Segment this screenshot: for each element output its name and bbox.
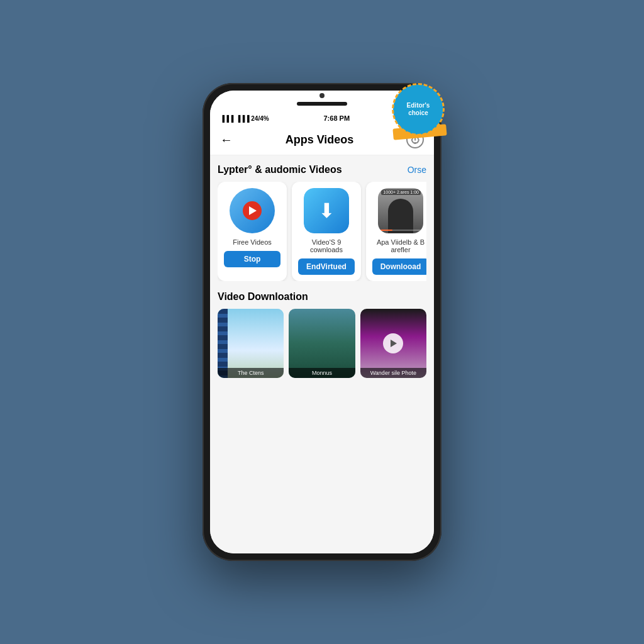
video-card-nature[interactable]: Monnus <box>289 309 355 378</box>
apps-row: Firee Videos Stop ⬇ Video'S 9 cownloads … <box>218 182 426 281</box>
page-title: Apps Videos <box>286 133 354 147</box>
video-progress-bar-container <box>380 230 421 231</box>
video-card-sky-label: The Ctens <box>218 368 284 378</box>
person-silhouette <box>388 199 413 233</box>
status-time: 7:68 PM <box>323 114 350 122</box>
section2-header: Video Downloation <box>218 291 426 303</box>
play-overlay <box>383 333 403 353</box>
phone-frame: Editor's choice ▐▐▐ ▐▐▐ 24/4% 7:68 PM ⊙ … <box>203 83 441 561</box>
video-card-sky[interactable]: The Ctens <box>218 309 284 378</box>
back-button[interactable]: ← <box>220 133 233 147</box>
app-card-downloads: ⬇ Video'S 9 cownloads EndVirtued <box>292 182 361 281</box>
free-videos-icon-container <box>230 188 275 233</box>
video-card-name: Apa Viidelb & B arefler <box>372 238 426 253</box>
video-grid: The Ctens Monnus Wander sile Phote <box>218 309 426 378</box>
notch <box>297 102 347 106</box>
section1-header: Lypter° & audomic Videos Orse <box>218 164 426 175</box>
video-card-dark-label: Wander sile Phote <box>360 368 426 378</box>
video-progress-bar <box>380 230 392 231</box>
status-left: ▐▐▐ ▐▐▐ 24/4% <box>220 115 269 122</box>
section2-title: Video Downloation <box>218 291 308 302</box>
video-thumbnail: 1000+ 2.ares 1:00 <box>378 188 423 233</box>
downloads-icon-container: ⬇ <box>304 188 349 233</box>
phone-screen: ▐▐▐ ▐▐▐ 24/4% 7:68 PM ⊙ ♥ ▐▐ ← Apps Vide… <box>210 91 434 553</box>
video-card-dark[interactable]: Wander sile Phote <box>360 309 426 378</box>
section1-title: Lypter° & audomic Videos <box>218 164 342 175</box>
section1-more[interactable]: Orse <box>408 165 426 175</box>
downloads-icon: ⬇ <box>304 188 349 233</box>
video-card-nature-label: Monnus <box>289 368 355 378</box>
app-card-free-videos: Firee Videos Stop <box>218 182 287 281</box>
free-videos-name: Firee Videos <box>233 238 272 246</box>
stop-button[interactable]: Stop <box>224 251 280 267</box>
downloads-name: Video'S 9 cownloads <box>298 238 355 253</box>
download-arrow-icon: ⬇ <box>318 201 335 221</box>
badge-star-ring <box>392 83 445 136</box>
free-videos-icon <box>230 188 275 233</box>
signal-icon: ▐▐▐ <box>220 115 233 122</box>
video-thumb-container: 1000+ 2.ares 1:00 <box>378 188 423 233</box>
camera-dot <box>319 93 325 98</box>
endvirtued-button[interactable]: EndVirtued <box>298 258 355 275</box>
main-content: Lypter° & audomic Videos Orse Firee Vide… <box>210 155 434 553</box>
app-card-video: 1000+ 2.ares 1:00 Apa Viidelb & B arefle… <box>366 182 426 281</box>
editors-choice-badge: Editor's choice <box>384 78 447 141</box>
signal-text: ▐▐▐ 24/4% <box>236 115 269 122</box>
play-tri-sm <box>391 340 397 347</box>
download-button[interactable]: Downlooad <box>372 258 426 275</box>
video-duration: 1000+ 2.ares 1:00 <box>381 189 421 195</box>
play-triangle <box>249 206 257 215</box>
